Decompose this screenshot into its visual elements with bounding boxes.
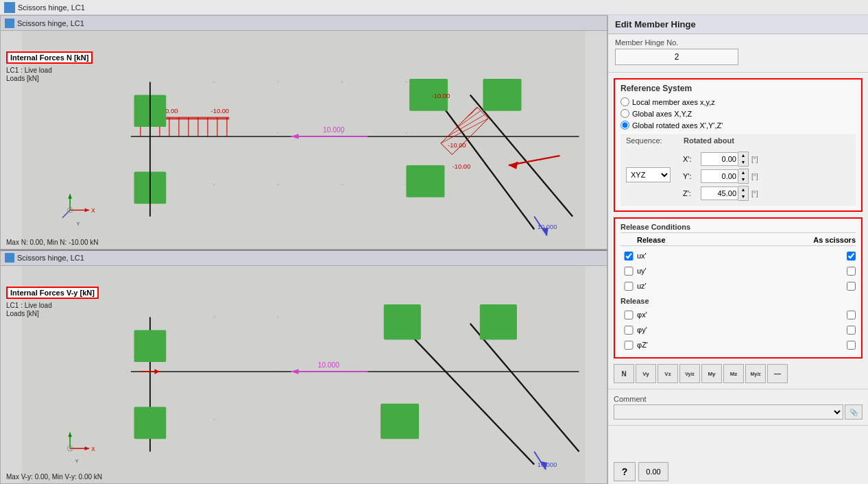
svg-text:X: X <box>91 207 95 214</box>
radio-global-label: Global axes X,Y,Z <box>632 110 692 118</box>
toolbar-btn-n[interactable]: N <box>614 364 634 383</box>
phiz-scissors-checkbox[interactable] <box>847 341 856 350</box>
svg-point-4 <box>341 81 343 83</box>
zero-button[interactable]: 0.00 <box>638 462 668 481</box>
reference-system-title: Reference System <box>620 84 856 93</box>
ux-checkbox[interactable] <box>620 252 637 261</box>
phix-scissors-checkbox[interactable] <box>847 311 856 319</box>
toolbar-btn-vz[interactable]: Vz <box>658 364 678 383</box>
toolbar-btn-mz[interactable]: Mz <box>723 364 744 383</box>
uz-checkbox[interactable] <box>620 282 637 291</box>
uy-label: uy' <box>637 267 847 275</box>
release-row-uz: uz' <box>620 279 856 293</box>
divider-3 <box>608 425 868 426</box>
radio-rotated-input[interactable] <box>620 121 629 130</box>
phiz-checkbox[interactable] <box>620 341 637 350</box>
z-deg-label: [°] <box>751 190 758 197</box>
comment-section: Comment 📎 <box>608 392 868 422</box>
z-up-btn[interactable]: ▲ <box>738 186 748 193</box>
vp1-subtitle1: LC1 : Live load <box>6 66 52 74</box>
toolbar-btn-myz[interactable]: My/z <box>745 364 766 383</box>
main-layout: Scissors hinge, LC1 Internal Forces N [k… <box>0 15 868 484</box>
svg-text:10.000: 10.000 <box>538 461 557 468</box>
svg-rect-80 <box>480 304 517 339</box>
svg-point-65 <box>277 316 279 318</box>
radio-global[interactable]: Global axes X,Y,Z <box>620 109 856 118</box>
svg-point-7 <box>277 132 279 134</box>
z-spinbox-btns: ▲ ▼ <box>738 186 749 201</box>
svg-point-11 <box>213 184 215 186</box>
release-row-ux: ux' <box>620 249 856 263</box>
svg-point-12 <box>277 184 279 186</box>
x-down-btn[interactable]: ▼ <box>738 159 748 166</box>
x-spinbox: ▲ ▼ <box>701 152 749 167</box>
app-icon <box>4 2 15 13</box>
ux-scissors-checkbox[interactable] <box>847 252 856 261</box>
comment-row: 📎 <box>614 404 863 420</box>
toolbar-btn-my[interactable]: My <box>701 364 722 383</box>
uy-scissors-checkbox[interactable] <box>847 267 856 276</box>
phiy-checkbox[interactable] <box>620 326 637 335</box>
vp2-title-box: Internal Forces V-y [kN] <box>6 287 99 299</box>
vp2-footer: Max V-y: 0.00, Min V-y: 0.00 kN <box>6 473 102 481</box>
radio-rotated-label: Global rotated axes X',Y',Z' <box>632 121 723 130</box>
y-down-btn[interactable]: ▼ <box>738 176 748 183</box>
z-input[interactable] <box>701 186 738 200</box>
comment-label: Comment <box>614 395 863 403</box>
phix-label: φx' <box>637 311 847 319</box>
col-release-text: Release <box>637 236 813 244</box>
vp2-panel-title: Scissors hinge, LC1 <box>17 254 84 262</box>
vp1-footer: Max N: 0.00, Min N: -10.00 kN <box>6 239 99 246</box>
member-hinge-input[interactable] <box>615 49 738 65</box>
svg-text:-10.00: -10.00 <box>432 93 450 99</box>
vp1-canvas[interactable]: Internal Forces N [kN] LC1 : Live load L… <box>1 31 607 249</box>
y-prime-label: Y': <box>683 172 698 180</box>
col-release-label <box>620 236 637 244</box>
radio-local-input[interactable] <box>620 97 629 106</box>
radio-global-input[interactable] <box>620 109 629 118</box>
x-spinbox-btns: ▲ ▼ <box>738 152 749 167</box>
release-row-uy: uy' <box>620 264 856 278</box>
axes-row-y: Y': ▲ ▼ [°] <box>683 169 758 184</box>
rotation-release-label: Release <box>620 297 856 305</box>
help-button[interactable]: ? <box>614 462 636 481</box>
phiz-label: φZ' <box>637 341 847 349</box>
toolbar-row: N Vy Vz Vy/z My Mz My/z — <box>608 361 868 386</box>
comment-icon-btn[interactable]: 📎 <box>845 404 863 420</box>
release-row-phiz: φZ' <box>620 338 856 352</box>
phix-checkbox[interactable] <box>620 311 637 319</box>
svg-point-5 <box>405 81 407 83</box>
toolbar-btn-dash[interactable]: — <box>767 364 788 383</box>
svg-text:10.000: 10.000 <box>323 126 345 134</box>
title-bar-text: Scissors hinge, LC1 <box>18 3 85 12</box>
y-input[interactable] <box>701 169 738 183</box>
bottom-actions: ? 0.00 <box>608 459 868 484</box>
sequence-select[interactable]: XYZ XZY YXZ <box>626 167 671 182</box>
release-row-phix: φx' <box>620 308 856 322</box>
svg-point-64 <box>213 316 215 318</box>
svg-text:Y: Y <box>75 457 79 463</box>
vp1-icon <box>5 19 14 28</box>
phiy-label: φy' <box>637 326 847 334</box>
svg-rect-79 <box>384 304 421 339</box>
x-input[interactable] <box>701 152 738 166</box>
svg-rect-35 <box>483 79 521 111</box>
radio-local[interactable]: Local member axes x,y,z <box>620 97 856 106</box>
vp2-canvas[interactable]: Internal Forces V-y [kN] LC1 : Live load… <box>1 266 607 484</box>
comment-input[interactable] <box>614 404 843 420</box>
z-down-btn[interactable]: ▼ <box>738 193 748 200</box>
radio-rotated[interactable]: Global rotated axes X',Y',Z' <box>620 121 856 130</box>
uy-checkbox[interactable] <box>620 267 637 276</box>
svg-rect-62 <box>22 266 586 484</box>
z-prime-label: Z': <box>683 189 698 197</box>
uz-scissors-checkbox[interactable] <box>847 282 856 291</box>
y-up-btn[interactable]: ▲ <box>738 169 748 176</box>
toolbar-btn-vy[interactable]: Vy <box>636 364 656 383</box>
x-deg-label: [°] <box>751 156 758 163</box>
title-bar: Scissors hinge, LC1 <box>0 0 868 15</box>
toolbar-btn-vyz[interactable]: Vy/z <box>679 364 700 383</box>
x-up-btn[interactable]: ▲ <box>738 152 748 159</box>
svg-rect-73 <box>134 407 167 439</box>
phiy-scissors-checkbox[interactable] <box>847 326 856 335</box>
left-area: Scissors hinge, LC1 Internal Forces N [k… <box>0 15 607 484</box>
